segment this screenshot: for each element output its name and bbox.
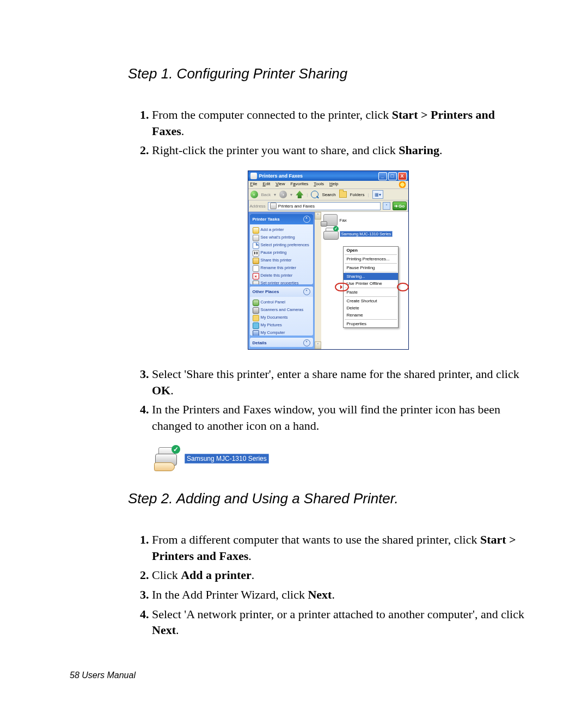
label: My Documents [261, 315, 288, 320]
ctx-use-offline[interactable]: Use Printer Offline [344, 280, 398, 287]
menu-edit[interactable]: Edit [262, 181, 270, 188]
go-button[interactable]: ➔Go [393, 202, 407, 210]
back-label: Back [261, 192, 271, 197]
menu-fav[interactable]: Favorites [290, 181, 308, 188]
printer-fax[interactable]: Fax [323, 214, 406, 226]
ctx-paste[interactable]: Paste [344, 289, 398, 296]
text: . [170, 383, 174, 397]
step1-item-4: In the Printers and Faxes window, you wi… [152, 401, 528, 434]
label: Rename this printer [261, 265, 296, 270]
printer-icon [253, 235, 259, 241]
place-scanners-cameras[interactable]: Scanners and Cameras [253, 307, 310, 314]
task-delete-printer[interactable]: ×Delete this printer [253, 273, 310, 279]
label: Pause printing [261, 250, 287, 255]
text: Printer Tasks [253, 217, 280, 222]
minimize-button[interactable]: _ [378, 172, 387, 180]
menu-help[interactable]: Help [329, 181, 338, 188]
folders-icon [339, 191, 347, 198]
menu-tools[interactable]: Tools [314, 181, 324, 188]
other-places-header[interactable]: Other Places ˄ [250, 287, 313, 297]
ctx-properties[interactable]: Properties [344, 320, 398, 327]
back-button[interactable]: ‹ [250, 191, 258, 198]
place-my-computer[interactable]: My Computer [253, 330, 310, 336]
details-header[interactable]: Details ˅ [250, 338, 313, 347]
title-bar: Printers and Faxes _ □ X [248, 171, 408, 181]
task-pause-printing[interactable]: Pause printing [253, 250, 310, 257]
shared-printer-icon: ✓ [152, 446, 180, 471]
step2-list: From a different computer that wants to … [128, 532, 528, 638]
ctx-pause-printing[interactable]: Pause Printing [344, 264, 398, 271]
text: Other Places [253, 289, 279, 294]
step1-item-2: Right-click the printer you want to shar… [152, 142, 528, 159]
label: My Computer [261, 330, 285, 335]
step2-heading: Step 2. Adding and Using a Shared Printe… [128, 490, 528, 507]
task-see-printing[interactable]: See what's printing [253, 235, 310, 241]
menu-view[interactable]: View [275, 181, 285, 188]
separator [345, 296, 397, 297]
scroll-up-button[interactable]: ˄ [315, 212, 321, 220]
menu-file[interactable]: File [250, 181, 258, 188]
separator [345, 263, 397, 264]
text: Right-click the printer you want to shar… [152, 143, 399, 157]
go-label: Go [399, 204, 405, 209]
text: Click [152, 568, 181, 582]
label: Scanners and Cameras [261, 307, 304, 312]
views-button[interactable]: ▦▾ [372, 190, 383, 199]
pause-icon [253, 250, 259, 257]
ctx-delete[interactable]: Delete [344, 304, 398, 312]
camera-icon [253, 307, 259, 314]
printer-tasks-header[interactable]: Printer Tasks ˄ [250, 214, 313, 224]
ctx-rename[interactable]: Rename [344, 312, 398, 319]
xp-window: Printers and Faxes _ □ X File Edit View … [248, 170, 409, 350]
menu-bar: File Edit View Favorites Tools Help [248, 181, 408, 189]
task-printer-properties[interactable]: Set printer properties [253, 281, 310, 284]
up-button[interactable] [296, 191, 303, 198]
address-value: Printers and Faxes [278, 204, 315, 209]
step2-item-3: In the Add Printer Wizard, click Next. [152, 587, 528, 603]
bold: Add a printer [181, 568, 252, 582]
properties-icon [253, 281, 259, 284]
step2-item-4: Select 'A network printer, or a printer … [152, 606, 528, 638]
task-share-printer[interactable]: Share this printer [253, 258, 310, 264]
separator [345, 288, 397, 288]
ctx-open[interactable]: Open [344, 247, 398, 254]
address-bar: Address Printers and Faxes ˅ ➔Go [248, 200, 408, 212]
share-icon [253, 258, 259, 264]
forward-button[interactable]: › [279, 191, 287, 198]
maximize-button[interactable]: □ [388, 172, 397, 180]
address-input[interactable]: Printers and Faxes [268, 202, 381, 210]
label: Select printing preferences [261, 242, 309, 247]
bold: Sharing [399, 143, 439, 157]
ctx-sharing[interactable]: Sharing... [344, 273, 398, 280]
close-button[interactable]: X [398, 172, 407, 180]
label: Delete this printer [261, 273, 293, 278]
folders-button[interactable]: Folders [350, 192, 365, 197]
place-control-panel[interactable]: Control Panel [253, 300, 310, 306]
label: Share this printer [261, 258, 292, 263]
text: . [439, 143, 443, 157]
bold: Next [308, 588, 332, 601]
my-computer-icon [253, 330, 259, 336]
task-printing-pref[interactable]: Select printing preferences [253, 242, 310, 249]
fax-icon [323, 214, 338, 226]
ctx-create-shortcut[interactable]: Create Shortcut [344, 297, 398, 304]
scroll-down-button[interactable]: ˅ [315, 342, 321, 349]
place-my-documents[interactable]: My Documents [253, 315, 310, 321]
task-rename-printer[interactable]: Rename this printer [253, 265, 310, 272]
ctx-printing-preferences[interactable]: Printing Preferences... [344, 255, 398, 263]
side-scrollbar[interactable]: ˄ ˅ [315, 212, 321, 349]
separator [345, 272, 397, 272]
search-button[interactable]: Search [322, 192, 335, 197]
address-dropdown[interactable]: ˅ [383, 202, 390, 210]
window-title: Printers and Faxes [259, 173, 378, 179]
context-menu: Open Printing Preferences... Pause Print… [343, 246, 399, 328]
task-add-printer[interactable]: Add a printer [253, 227, 310, 234]
printer-tasks-panel: Printer Tasks ˄ Add a printer See what's… [250, 214, 313, 284]
label: My Pictures [261, 322, 282, 327]
chevron-down-icon: ˅ [303, 339, 310, 346]
printer-selected[interactable]: ✓ Samsung MJC-1310 Series Open Printing … [323, 228, 406, 240]
side-pane: Printer Tasks ˄ Add a printer See what's… [248, 212, 315, 349]
place-my-pictures[interactable]: My Pictures [253, 322, 310, 329]
step2-item-1: From a different computer that wants to … [152, 532, 528, 564]
printer-default-icon: ✓ [323, 228, 338, 240]
